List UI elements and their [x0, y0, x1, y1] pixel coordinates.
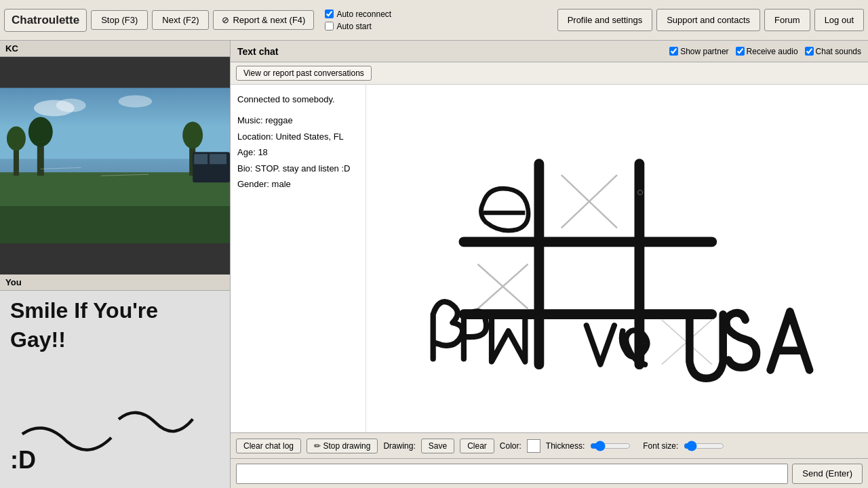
thickness-slider[interactable] — [590, 441, 631, 451]
left-panel: KC — [0, 41, 231, 488]
location-value: United States, FL — [275, 131, 343, 142]
chat-sounds-label[interactable]: Chat sounds — [805, 47, 861, 56]
chat-input[interactable] — [236, 464, 788, 484]
svg-point-15 — [118, 96, 152, 108]
chat-info: Music: reggae — [237, 113, 359, 128]
past-conversations-button[interactable]: View or report past conversations — [236, 66, 372, 81]
svg-point-7 — [28, 117, 53, 147]
drawing-label: Drawing: — [383, 441, 415, 451]
location-info: Location: United States, FL — [237, 129, 359, 144]
receive-audio-label[interactable]: Receive audio — [736, 47, 798, 56]
chat-options: Show partner Receive audio Chat sounds — [669, 47, 861, 56]
input-area: Send (Enter) — [231, 458, 868, 488]
receive-audio-checkbox[interactable] — [736, 47, 745, 56]
pencil-icon: ✏ — [314, 441, 321, 451]
gender-info: Gender: male — [237, 176, 359, 192]
chat-title: Text chat — [237, 46, 278, 57]
drawing-canvas[interactable] — [366, 85, 868, 432]
bio-value: STOP. stay and listen :D — [255, 163, 350, 174]
color-label: Color: — [500, 441, 521, 451]
save-drawing-button[interactable]: Save — [421, 439, 454, 453]
location-label: Location: — [237, 131, 273, 142]
thickness-label: Thickness: — [546, 441, 585, 451]
next-button[interactable]: Next (F2) — [152, 10, 209, 30]
chat-sounds-checkbox[interactable] — [805, 47, 814, 56]
report-icon: ⊘ — [222, 15, 229, 25]
stop-drawing-button[interactable]: ✏ Stop drawing — [307, 439, 378, 453]
svg-point-14 — [56, 99, 86, 113]
svg-point-9 — [182, 121, 203, 148]
age-info: Age: 18 — [237, 144, 359, 160]
auto-start-label[interactable]: Auto start — [325, 22, 391, 31]
chat-messages: Connected to somebody. Music: reggae Loc… — [231, 85, 366, 432]
bottom-toolbar: Clear chat log ✏ Stop drawing Drawing: S… — [231, 432, 868, 458]
auto-reconnect-label[interactable]: Auto reconnect — [325, 9, 391, 19]
your-video-content: Smile If You're Gay!! :D — [0, 291, 230, 488]
svg-rect-3 — [0, 206, 230, 243]
stop-button[interactable]: Stop (F3) — [91, 10, 148, 30]
thickness-slider-container — [590, 441, 631, 451]
color-picker[interactable] — [527, 439, 540, 453]
partner-label: KC — [0, 41, 230, 57]
logout-button[interactable]: Log out — [814, 9, 864, 31]
header: Chatroulette Stop (F3) Next (F2) ⊘ Repor… — [0, 0, 868, 41]
your-video-text-line2: Gay!! — [10, 327, 66, 352]
clear-chat-log-button[interactable]: Clear chat log — [236, 439, 301, 453]
send-button[interactable]: Send (Enter) — [792, 464, 863, 484]
forum-button[interactable]: Forum — [764, 9, 810, 31]
your-video-text-line1: Smile If You're — [10, 298, 158, 323]
gender-label: Gender: — [237, 179, 269, 189]
support-contacts-button[interactable]: Support and contacts — [656, 9, 760, 31]
main-content: KC — [0, 41, 868, 488]
music-value: reggae — [265, 115, 292, 125]
chat-header: Text chat Show partner Receive audio Cha… — [231, 41, 868, 62]
partner-video — [0, 57, 230, 274]
bio-info: Bio: STOP. stay and listen :D — [237, 161, 359, 176]
bio-label: Bio: — [237, 163, 252, 174]
drawing-svg — [366, 85, 868, 432]
show-partner-checkbox[interactable] — [669, 47, 678, 56]
you-label: You — [0, 274, 230, 291]
age-label: Age: — [237, 147, 256, 157]
your-video-text-line3: :D — [10, 446, 36, 474]
auto-start-checkbox[interactable] — [325, 22, 334, 30]
age-value: 18 — [258, 147, 267, 157]
your-video: Smile If You're Gay!! :D — [0, 291, 230, 488]
show-partner-label[interactable]: Show partner — [669, 47, 728, 56]
gender-value: male — [272, 179, 291, 189]
clear-drawing-button[interactable]: Clear — [460, 439, 494, 453]
font-size-slider-container — [684, 441, 724, 451]
svg-rect-12 — [210, 154, 226, 164]
logo: Chatroulette — [4, 9, 87, 32]
chat-toolbar: View or report past conversations — [231, 62, 868, 85]
svg-point-5 — [7, 126, 26, 150]
font-size-label: Font size: — [643, 441, 678, 451]
chat-content: Connected to somebody. Music: reggae Loc… — [231, 85, 868, 432]
font-size-slider[interactable] — [684, 441, 724, 451]
auto-options: Auto reconnect Auto start — [325, 9, 391, 31]
right-panel: Text chat Show partner Receive audio Cha… — [231, 41, 868, 488]
connected-message: Connected to somebody. — [237, 92, 359, 107]
report-next-button[interactable]: ⊘ Report & next (F4) — [213, 10, 314, 30]
partner-video-svg — [0, 57, 230, 274]
music-label: Music: — [237, 115, 263, 125]
profile-settings-button[interactable]: Profile and settings — [557, 9, 653, 31]
svg-rect-11 — [194, 154, 208, 164]
auto-reconnect-checkbox[interactable] — [325, 9, 334, 18]
